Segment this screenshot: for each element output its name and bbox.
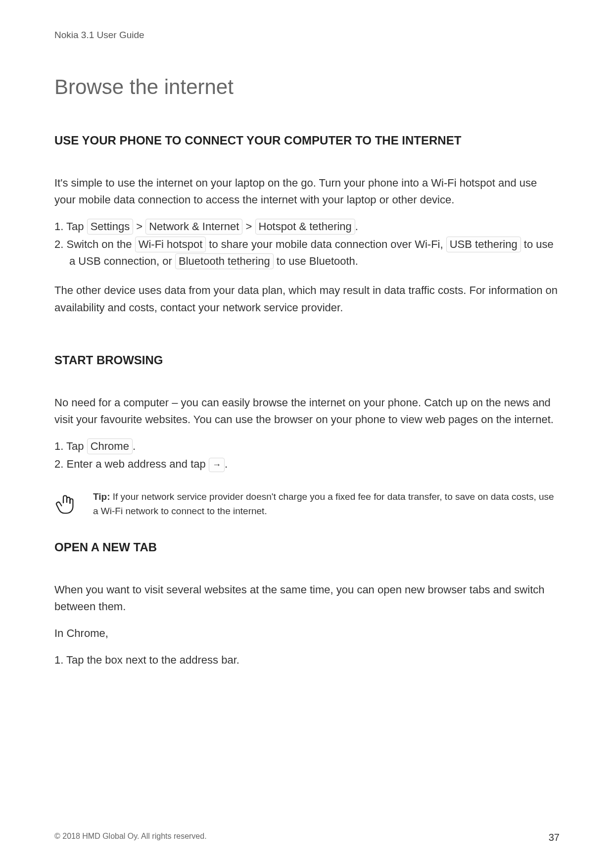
page-number: 37 xyxy=(549,832,560,843)
section-heading-connect: USE YOUR PHONE TO CONNECT YOUR COMPUTER … xyxy=(54,134,560,147)
step1b-pre: 1. Tap xyxy=(54,440,87,452)
page-footer: © 2018 HMD Global Oy. All rights reserve… xyxy=(54,832,560,843)
step2-post: to use Bluetooth. xyxy=(274,255,358,267)
copyright-text: © 2018 HMD Global Oy. All rights reserve… xyxy=(54,832,207,843)
kbd-wifi-hotspot: Wi-Fi hotspot xyxy=(135,237,206,252)
tip-hand-icon xyxy=(54,492,78,516)
arrow-right-icon: → xyxy=(209,458,225,472)
section3-line2: In Chrome, xyxy=(54,625,560,642)
page-container: Nokia 3.1 User Guide Browse the internet… xyxy=(0,0,614,868)
step-2b: 2. Enter a web address and tap →. xyxy=(54,456,560,473)
tip-block: Tip: If your network service provider do… xyxy=(54,490,560,518)
step2b-post: . xyxy=(225,458,228,470)
page-title: Browse the internet xyxy=(54,75,560,99)
tip-text: Tip: If your network service provider do… xyxy=(93,490,560,518)
section1-outro: The other device uses data from your dat… xyxy=(54,282,560,316)
kbd-network-internet: Network & Internet xyxy=(145,219,242,235)
step2-mid1: to share your mobile data connection ove… xyxy=(206,238,446,250)
step1-post: . xyxy=(355,220,358,233)
step2-pre: 2. Switch on the xyxy=(54,238,135,250)
section2-steps: 1. Tap Chrome. 2. Enter a web address an… xyxy=(54,438,560,473)
kbd-usb-tethering: USB tethering xyxy=(446,237,521,252)
step1-pre: 1. Tap xyxy=(54,220,87,233)
section2-intro: No need for a computer – you can easily … xyxy=(54,394,560,428)
kbd-chrome: Chrome xyxy=(87,438,133,454)
section3-steps: 1. Tap the box next to the address bar. xyxy=(54,652,560,669)
step-1: 1. Tap Settings > Network & Internet > H… xyxy=(54,218,560,235)
doc-title: Nokia 3.1 User Guide xyxy=(54,30,144,40)
doc-header: Nokia 3.1 User Guide xyxy=(54,30,560,41)
step-1b: 1. Tap Chrome. xyxy=(54,438,560,455)
tip-label: Tip: xyxy=(93,491,110,502)
section3-intro: When you want to visit several websites … xyxy=(54,581,560,615)
step-2: 2. Switch on the Wi-Fi hotspot to share … xyxy=(54,236,560,270)
section1-intro: It's simple to use the internet on your … xyxy=(54,175,560,208)
kbd-hotspot-tethering: Hotspot & tethering xyxy=(255,219,355,235)
section-heading-start-browsing: START BROWSING xyxy=(54,353,560,367)
kbd-bluetooth-tethering: Bluetooth tethering xyxy=(175,253,274,269)
tip-body: If your network service provider doesn't… xyxy=(93,491,554,516)
section-heading-open-new-tab: OPEN A NEW TAB xyxy=(54,540,560,554)
section1-steps: 1. Tap Settings > Network & Internet > H… xyxy=(54,218,560,270)
step1b-post: . xyxy=(133,440,136,452)
step-1c: 1. Tap the box next to the address bar. xyxy=(54,652,560,669)
kbd-settings: Settings xyxy=(87,219,134,235)
step2b-pre: 2. Enter a web address and tap xyxy=(54,458,209,470)
step1-sep1: > xyxy=(133,220,145,233)
step1-sep2: > xyxy=(242,220,255,233)
